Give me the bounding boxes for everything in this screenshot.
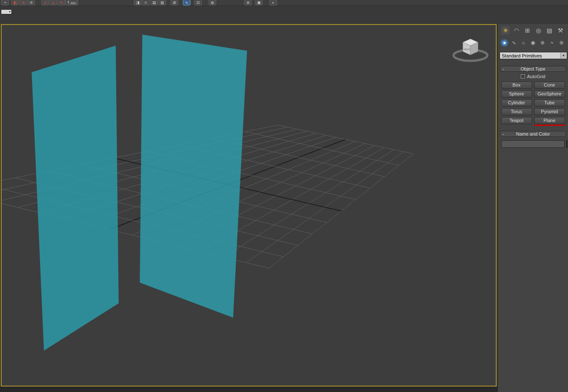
edit-named-selection-sets-icon[interactable]: ABC (69, 0, 78, 5)
tab-utilities-icon[interactable]: ⚒ (556, 26, 565, 35)
tab-motion-icon[interactable]: ◎ (534, 26, 543, 35)
object-type-cell: GeoSphere (534, 90, 565, 98)
render-production-icon[interactable]: ◐ (269, 0, 277, 5)
category-geometry-icon[interactable]: ● (500, 39, 508, 47)
create-category-icons: ●∿☼◉⊕≈⊛ (498, 38, 568, 47)
primitives-category-value: Standard Primitives (502, 53, 542, 58)
object-type-button-plane[interactable]: Plane (534, 117, 565, 124)
category-lights-icon[interactable]: ☼ (519, 39, 527, 47)
category-space-warps-icon[interactable]: ≈ (548, 39, 556, 47)
object-type-cell: Plane (534, 117, 565, 126)
object-type-button-sphere[interactable]: Sphere (501, 90, 532, 98)
object-type-cell: Cylinder (501, 99, 532, 106)
dropdown-arrow-icon[interactable]: ▼ (560, 53, 566, 58)
unlink-selection-icon[interactable]: ⊘ (19, 0, 27, 5)
plane-object-right[interactable] (140, 35, 247, 318)
category-shapes-icon[interactable]: ∿ (510, 39, 518, 47)
percent-snap-icon[interactable]: % (57, 0, 65, 5)
object-type-cell: Sphere (501, 90, 532, 98)
layer-list-icon[interactable]: ▥ (158, 0, 166, 5)
object-type-rollout-title: Object Type (521, 66, 546, 71)
object-type-button-geosphere[interactable]: GeoSphere (534, 90, 565, 98)
object-type-button-cone[interactable]: Cone (534, 82, 565, 89)
viewcube-front-label: FRONT (464, 49, 470, 51)
perspective-viewport[interactable]: FRONT (1, 24, 497, 387)
autogrid-row: AutoGrid (498, 74, 568, 79)
tab-display-icon[interactable]: ▤ (545, 26, 554, 35)
object-type-button-cylinder[interactable]: Cylinder (501, 99, 532, 106)
object-type-button-teapot[interactable]: Teapot (501, 117, 532, 124)
collapse-minus-icon: - (503, 131, 504, 136)
plane-object-left[interactable] (32, 46, 119, 351)
snap-toggle-icon[interactable]: ∪ (41, 0, 49, 5)
rendered-frame-window-icon[interactable]: ▣ (255, 0, 263, 5)
name-and-color-rollout-title: Name and Color (516, 131, 550, 136)
object-type-button-box[interactable]: Box (501, 82, 532, 89)
material-editor-icon[interactable]: ◍ (209, 0, 216, 5)
tab-hierarchy-icon[interactable]: ⊞ (523, 26, 532, 35)
tab-modify-icon[interactable]: ◠ (512, 26, 521, 35)
object-type-cell: Box (501, 82, 532, 89)
schematic-view-icon[interactable]: ⊡ (194, 0, 202, 5)
viewport-canvas[interactable]: FRONT (2, 25, 496, 386)
angle-snap-icon[interactable]: ∠ (49, 0, 57, 5)
primitives-category-dropdown[interactable]: Standard Primitives ▼ (500, 52, 567, 59)
object-type-rollout-header[interactable]: - Object Type (500, 66, 566, 72)
mirror-icon[interactable]: ◨ (134, 0, 141, 5)
toggle-ribbon-icon[interactable]: ⊞ (171, 0, 178, 5)
bind-to-space-warp-icon[interactable]: ≋ (27, 0, 35, 5)
category-systems-icon[interactable]: ⊛ (557, 39, 565, 47)
render-setup-icon[interactable]: ⊚ (244, 0, 252, 5)
object-color-swatch[interactable] (566, 140, 567, 148)
red-underline-annotation (534, 125, 565, 126)
object-name-input[interactable] (501, 140, 565, 148)
main-toolbar: ▪◧⊘≋∪∠%⇅ABC▾◨≡▤▥⊞∿⊡◍⊚▣◐ (0, 0, 568, 6)
object-type-button-tube[interactable]: Tube (534, 99, 565, 106)
toolbar-spacer-strip: ▾ (0, 6, 568, 24)
category-cameras-icon[interactable]: ◉ (529, 39, 537, 47)
object-type-cell: Tube (534, 99, 565, 106)
chevron-down-icon: ▾ (9, 10, 11, 14)
command-panel-tabs: ✳◠⊞◎▤⚒ (498, 24, 568, 35)
object-type-cell: Pyramid (534, 108, 565, 115)
object-type-button-torus[interactable]: Torus (501, 108, 532, 115)
mini-toolbar-dropdown[interactable]: ▾ (1, 9, 12, 14)
select-and-link-icon[interactable]: ◧ (11, 0, 19, 5)
viewcube[interactable]: FRONT (454, 39, 487, 61)
collapse-minus-icon: - (503, 66, 504, 71)
command-panel: ✳◠⊞◎▤⚒ ●∿☼◉⊕≈⊛ Standard Primitives ▼ - O… (497, 24, 568, 392)
object-type-buttons: BoxConeSphereGeoSphereCylinderTubeTorusP… (498, 82, 568, 126)
autogrid-checkbox[interactable] (521, 74, 525, 79)
status-strip (0, 387, 497, 392)
object-type-cell: Torus (501, 108, 532, 115)
name-and-color-row (501, 140, 565, 148)
tab-create-icon[interactable]: ✳ (501, 26, 510, 35)
object-type-button-pyramid[interactable]: Pyramid (534, 108, 565, 115)
category-helpers-icon[interactable]: ⊕ (538, 39, 546, 47)
object-type-cell: Teapot (501, 117, 532, 126)
select-object-icon[interactable]: ▪ (1, 0, 9, 5)
align-icon[interactable]: ≡ (142, 0, 149, 5)
name-and-color-rollout-header[interactable]: - Name and Color (500, 131, 566, 137)
autogrid-label: AutoGrid (527, 74, 545, 79)
object-type-cell: Cone (534, 82, 565, 89)
layer-manager-icon[interactable]: ▤ (150, 0, 158, 5)
curve-editor-icon[interactable]: ∿ (183, 0, 190, 5)
